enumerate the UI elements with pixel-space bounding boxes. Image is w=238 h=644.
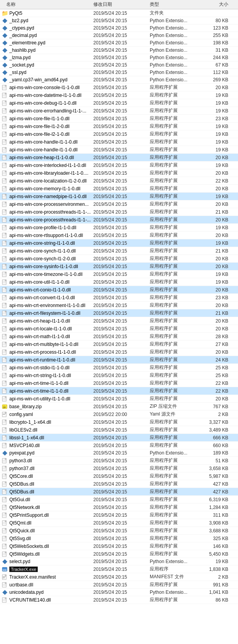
table-row[interactable]: python37.dll 2019/5/24 20:15 应用程序扩展 3,65…	[0, 465, 238, 472]
col-name: api-ms-win-crt-heap-l1-1-0.dll	[0, 318, 93, 324]
table-row[interactable]: api-ms-win-crt-environment-l1-1-0.dll 20…	[0, 302, 238, 309]
table-row[interactable]: api-ms-win-core-console-l1-1-0.dll 2019/…	[0, 84, 238, 91]
table-row[interactable]: _ssl.pyd 2019/5/24 20:15 Python Extensio…	[0, 69, 238, 76]
table-row[interactable]: api-ms-win-core-processthreads-l1-1-... …	[0, 208, 238, 216]
table-row[interactable]: api-ms-win-core-processthreads-l1-1-... …	[0, 216, 238, 224]
table-row[interactable]: api-ms-win-crt-filesystem-l1-1-0.dll 201…	[0, 309, 238, 317]
header-name[interactable]: 名称	[0, 1, 93, 8]
table-row[interactable]: config.yaml 2019/5/22 20:00 Yaml 源文件 2 K…	[0, 411, 238, 418]
table-row[interactable]: api-ms-win-core-namedpipe-l1-1-0.dll 201…	[0, 193, 238, 200]
table-row[interactable]: api-ms-win-crt-utility-l1-1-0.dll 2019/5…	[0, 395, 238, 403]
table-row[interactable]: api-ms-win-core-heap-l1-1-0.dll 2019/5/2…	[0, 154, 238, 161]
header-date[interactable]: 修改日期	[93, 1, 150, 8]
file-name: _socket.pyd	[9, 62, 34, 68]
table-row[interactable]: api-ms-win-core-interlocked-l1-1-0.dll 2…	[0, 161, 238, 169]
table-row[interactable]: api-ms-win-core-sysinfo-l1-1-0.dll 2019/…	[0, 263, 238, 270]
table-row[interactable]: python3.dll 2019/5/24 20:15 应用程序扩展 51 KB	[0, 457, 238, 465]
file-name: MSVCP140.dll	[9, 443, 40, 448]
table-row[interactable]: api-ms-win-core-file-l1-1-0.dll 2019/5/2…	[0, 115, 238, 123]
table-row[interactable]: api-ms-win-core-timezone-l1-1-0.dll 2019…	[0, 270, 238, 278]
table-row[interactable]: ZIP base_library.zip 2019/5/24 20:15 ZIP…	[0, 403, 238, 411]
table-row[interactable]: MSVCP140.dll 2019/5/24 20:15 应用程序扩展 660 …	[0, 442, 238, 449]
table-row[interactable]: api-ms-win-crt-locale-l1-1-0.dll 2019/5/…	[0, 325, 238, 333]
table-header: 名称 修改日期 类型 大小	[0, 0, 238, 9]
table-row[interactable]: api-ms-win-core-util-l1-1-0.dll 2019/5/2…	[0, 278, 238, 286]
table-row[interactable]: api-ms-win-core-memory-l1-1-0.dll 2019/5…	[0, 185, 238, 193]
col-size: 19 KB	[200, 124, 231, 129]
col-date: 2019/5/22 20:00	[93, 412, 150, 417]
table-row[interactable]: _ctypes.pyd 2019/5/24 20:15 Python Exten…	[0, 25, 238, 32]
col-name: api-ms-win-core-file-l2-1-0.dll	[0, 131, 93, 137]
table-row[interactable]: api-ms-win-core-synch-l1-1-0.dll 2019/5/…	[0, 247, 238, 255]
table-row[interactable]: api-ms-win-core-errorhandling-l1-1-... 2…	[0, 107, 238, 115]
table-row[interactable]: api-ms-win-core-file-l1-2-0.dll 2019/5/2…	[0, 123, 238, 130]
table-row[interactable]: Qt5Core.dll 2019/5/24 20:15 应用程序扩展 5,987…	[0, 472, 238, 480]
table-row[interactable]: select.pyd 2019/5/24 20:15 Python Extens…	[0, 558, 238, 565]
svg-rect-106	[5, 249, 6, 250]
table-row[interactable]: _socket.pyd 2019/5/24 20:15 Python Exten…	[0, 61, 238, 69]
table-row[interactable]: api-ms-win-core-synch-l1-2-0.dll 2019/5/…	[0, 255, 238, 263]
table-row[interactable]: api-ms-win-core-datetime-l1-1-0.dll 2019…	[0, 91, 238, 99]
table-row[interactable]: api-ms-win-core-debug-l1-1-0.dll 2019/5/…	[0, 99, 238, 107]
svg-rect-253	[5, 490, 6, 491]
table-row[interactable]: 📁 PyQt5 2019/5/24 20:15 文件夹	[0, 9, 238, 17]
table-row[interactable]: Qt5Svg.dll 2019/5/24 20:15 应用程序扩展 325 KB	[0, 535, 238, 542]
table-row[interactable]: Qt5Qml.dll 2019/5/24 20:15 应用程序扩展 3,908 …	[0, 519, 238, 527]
table-row[interactable]: libssl-1_1-x64.dll 2019/5/24 20:15 应用程序扩…	[0, 434, 238, 442]
table-row[interactable]: libcrypto-1_1-x64.dll 2019/5/24 20:15 应用…	[0, 418, 238, 426]
table-row[interactable]: api-ms-win-core-localization-l1-2-0.dll …	[0, 177, 238, 185]
table-row[interactable]: TrackerX.exe.manifest 2019/5/24 20:15 MA…	[0, 573, 238, 581]
table-row[interactable]: api-ms-win-core-file-l2-1-0.dll 2019/5/2…	[0, 130, 238, 138]
table-row[interactable]: api-ms-win-crt-math-l1-1-0.dll 2019/5/24…	[0, 333, 238, 340]
table-row[interactable]: _decimal.pyd 2019/5/24 20:15 Python Exte…	[0, 32, 238, 39]
table-row[interactable]: Qt5Quick.dll 2019/5/24 20:15 应用程序扩展 3,68…	[0, 527, 238, 535]
table-row[interactable]: api-ms-win-crt-multibyte-l1-1-0.dll 2019…	[0, 340, 238, 348]
table-row[interactable]: _elementtree.pyd 2019/5/24 20:15 Python …	[0, 39, 238, 47]
table-row[interactable]: VCRUNTIME140.dll 2019/5/24 20:15 应用程序扩展 …	[0, 596, 238, 604]
table-row[interactable]: Qt5Widgets.dll 2019/5/24 20:15 应用程序扩展 5,…	[0, 550, 238, 558]
table-row[interactable]: api-ms-win-crt-runtime-l1-1-0.dll 2019/5…	[0, 356, 238, 364]
header-size[interactable]: 大小	[200, 1, 231, 8]
table-row[interactable]: libGLESv2.dll 2019/5/24 20:15 应用程序扩展 3,4…	[0, 426, 238, 434]
table-row[interactable]: api-ms-win-crt-conio-l1-1-0.dll 2019/5/2…	[0, 286, 238, 294]
dll-icon	[2, 193, 8, 200]
table-row[interactable]: _yaml.cp37-win_amd64.pyd 2019/5/24 20:15…	[0, 76, 238, 84]
header-type[interactable]: 类型	[150, 1, 200, 8]
table-row[interactable]: api-ms-win-core-rtlsupport-l1-1-0.dll 20…	[0, 232, 238, 239]
table-row[interactable]: Qt5DBus.dll 2019/5/24 20:15 应用程序扩展 427 K…	[0, 488, 238, 496]
table-row[interactable]: api-ms-win-core-processenvironmen... 201…	[0, 200, 238, 208]
table-row[interactable]: ucrtbase.dll 2019/5/24 20:15 应用程序扩展 991 …	[0, 581, 238, 589]
col-size: 21 KB	[200, 248, 231, 254]
dll-icon	[2, 396, 8, 402]
table-row[interactable]: Qt5Gui.dll 2019/5/24 20:15 应用程序扩展 6,319 …	[0, 496, 238, 504]
table-row[interactable]: api-ms-win-crt-time-l1-1-0.dll 2019/5/24…	[0, 387, 238, 395]
table-row[interactable]: api-ms-win-core-handle-l1-1-0.dll 2019/5…	[0, 138, 238, 146]
table-row[interactable]: _hashlib.pyd 2019/5/24 20:15 Python Exte…	[0, 47, 238, 54]
table-row[interactable]: Qt5Network.dll 2019/5/24 20:15 应用程序扩展 1,…	[0, 504, 238, 511]
col-name: api-ms-win-core-errorhandling-l1-1-...	[0, 108, 93, 114]
col-name: Qt5Network.dll	[0, 504, 93, 511]
table-row[interactable]: _lzma.pyd 2019/5/24 20:15 Python Extensi…	[0, 54, 238, 61]
table-row[interactable]: api-ms-win-crt-time-l1-1-0.dll 2019/5/24…	[0, 379, 238, 387]
table-row[interactable]: Qt5WebSockets.dll 2019/5/24 20:15 应用程序扩展…	[0, 542, 238, 550]
table-row[interactable]: api-ms-win-crt-convert-l1-1-0.dll 2019/5…	[0, 294, 238, 302]
file-name: api-ms-win-core-synch-l1-1-0.dll	[9, 248, 76, 254]
table-row[interactable]: _bz2.pyd 2019/5/24 20:15 Python Extensio…	[0, 17, 238, 25]
table-row[interactable]: pyexpat.pyd 2019/5/24 20:15 Python Exten…	[0, 449, 238, 457]
file-name: api-ms-win-crt-runtime-l1-1-0.dll	[9, 357, 75, 363]
dll-icon	[2, 287, 8, 293]
table-row[interactable]: Qt5DBus.dll 2019/5/24 20:15 应用程序扩展 427 K…	[0, 480, 238, 488]
table-row[interactable]: unicodedata.pyd 2019/5/24 20:15 Python E…	[0, 589, 238, 596]
table-row[interactable]: api-ms-win-crt-process-l1-1-0.dll 2019/5…	[0, 348, 238, 356]
col-name: api-ms-win-core-localization-l1-2-0.dll	[0, 178, 93, 184]
table-row[interactable]: api-ms-win-crt-stdio-l1-1-0.dll 2019/5/2…	[0, 364, 238, 372]
table-row[interactable]: api-ms-win-core-libraryloader-l1-1-0....…	[0, 169, 238, 177]
file-name: PyQt5	[9, 11, 22, 16]
table-row[interactable]: api-ms-win-core-profile-l1-1-0.dll 2019/…	[0, 224, 238, 232]
table-row[interactable]: api-ms-win-crt-heap-l1-1-0.dll 2019/5/24…	[0, 317, 238, 325]
table-row[interactable]: api-ms-win-crt-string-l1-1-0.dll 2019/5/…	[0, 372, 238, 379]
table-row[interactable]: Qt5PrintSupport.dll 2019/5/24 20:15 应用程序…	[0, 511, 238, 519]
table-row[interactable]: EXE TrackerX.exe 2019/5/24 20:15 应用程序 1,…	[0, 565, 238, 573]
table-row[interactable]: api-ms-win-core-string-l1-1-0.dll 2019/5…	[0, 239, 238, 247]
table-row[interactable]: api-ms-win-core-handle-l1-1-0.dll 2019/5…	[0, 146, 238, 154]
